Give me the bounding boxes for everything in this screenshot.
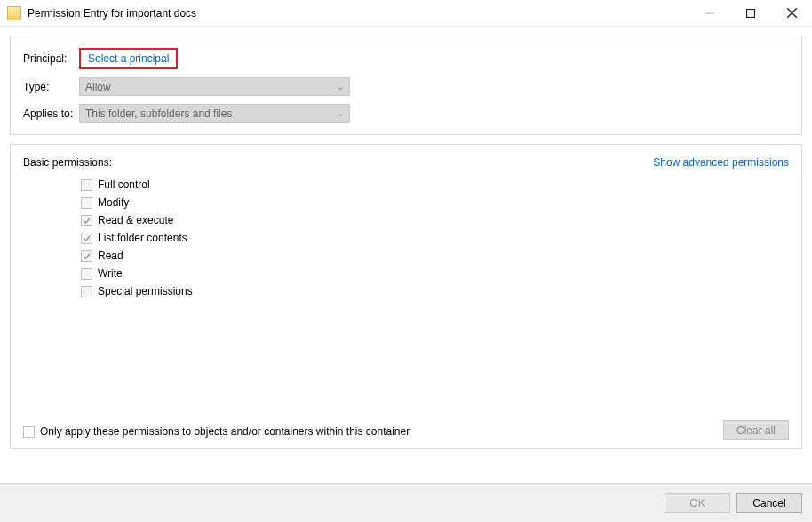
permission-label: Read xyxy=(98,249,123,262)
close-icon xyxy=(787,8,797,18)
permissions-header: Basic permissions: Show advanced permiss… xyxy=(23,156,789,169)
window-title: Permission Entry for important docs xyxy=(28,7,689,20)
permission-item: Read xyxy=(81,247,789,265)
permissions-panel: Basic permissions: Show advanced permiss… xyxy=(10,144,802,449)
permission-checkbox[interactable] xyxy=(81,197,92,209)
applies-label: Applies to: xyxy=(23,107,79,120)
show-advanced-link[interactable]: Show advanced permissions xyxy=(653,156,789,169)
permission-label: Read & execute xyxy=(98,214,173,226)
principal-label: Principal: xyxy=(23,52,79,65)
type-label: Type: xyxy=(23,81,79,93)
select-principal-link[interactable]: Select a principal xyxy=(79,48,178,69)
applies-select[interactable]: This folder, subfolders and files ⌄ xyxy=(79,104,350,123)
only-apply-label: Only apply these permissions to objects … xyxy=(40,425,410,438)
folder-icon xyxy=(7,6,21,20)
svg-rect-1 xyxy=(747,9,755,17)
maximize-button[interactable] xyxy=(730,0,771,27)
permission-checkbox[interactable] xyxy=(81,268,92,280)
only-apply-row: Only apply these permissions to objects … xyxy=(23,425,410,438)
permission-checkbox[interactable] xyxy=(81,233,92,244)
permission-item: Read & execute xyxy=(81,211,789,229)
type-value: Allow xyxy=(85,81,111,93)
titlebar: Permission Entry for important docs xyxy=(0,0,812,27)
permission-checkbox[interactable] xyxy=(81,286,92,297)
permission-item: Full control xyxy=(81,176,789,194)
minimize-icon xyxy=(705,9,714,18)
content-area: Principal: Select a principal Type: Allo… xyxy=(0,27,812,449)
titlebar-buttons xyxy=(689,0,812,27)
footer: OK Cancel xyxy=(0,483,812,522)
type-select[interactable]: Allow ⌄ xyxy=(79,77,350,96)
permissions-title: Basic permissions: xyxy=(23,156,112,169)
chevron-down-icon: ⌄ xyxy=(337,82,344,91)
chevron-down-icon: ⌄ xyxy=(337,108,344,118)
permission-label: List folder contents xyxy=(98,232,187,244)
close-button[interactable] xyxy=(771,0,812,27)
permission-item: Special permissions xyxy=(81,282,789,300)
permission-label: Write xyxy=(98,267,123,280)
clear-all-button[interactable]: Clear all xyxy=(723,420,789,440)
principal-row: Principal: Select a principal xyxy=(23,48,789,69)
permission-item: Modify xyxy=(81,194,789,211)
permission-item: List folder contents xyxy=(81,229,789,247)
permission-label: Modify xyxy=(98,196,129,209)
applies-row: Applies to: This folder, subfolders and … xyxy=(23,104,789,123)
principal-panel: Principal: Select a principal Type: Allo… xyxy=(10,36,802,135)
only-apply-checkbox[interactable] xyxy=(23,426,35,438)
applies-value: This folder, subfolders and files xyxy=(85,107,232,120)
minimize-button[interactable] xyxy=(689,0,730,27)
permission-checkbox[interactable] xyxy=(81,179,92,191)
permission-item: Write xyxy=(81,265,789,282)
permission-label: Full control xyxy=(98,178,150,191)
type-row: Type: Allow ⌄ xyxy=(23,77,789,96)
ok-button[interactable]: OK xyxy=(665,493,730,513)
cancel-button[interactable]: Cancel xyxy=(736,493,802,513)
permission-label: Special permissions xyxy=(98,285,193,297)
permission-checkbox[interactable] xyxy=(81,215,92,226)
maximize-icon xyxy=(746,9,755,18)
permission-checkbox[interactable] xyxy=(81,250,92,262)
permissions-list: Full controlModifyRead & executeList fol… xyxy=(23,176,789,300)
